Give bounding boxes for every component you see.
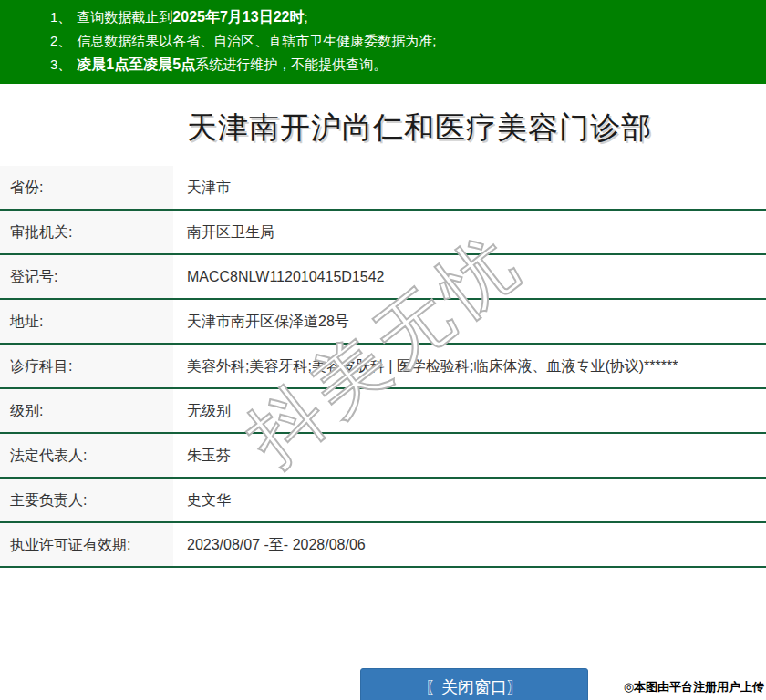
table-row-province: 省份: 天津市 [0, 166, 766, 211]
row-label: 地址: [0, 300, 173, 343]
row-value: 天津市南开区保泽道28号 [173, 300, 766, 343]
row-value: 天津市 [173, 166, 766, 209]
table-row-principal: 主要负责人: 史文华 [0, 479, 766, 523]
row-value: 史文华 [173, 479, 766, 521]
notice-number: 1、 [50, 9, 71, 25]
close-window-button[interactable]: 〖关闭窗口〗 [360, 668, 588, 700]
notice-number: 2、 [50, 33, 71, 48]
notice-text: 信息数据结果以各省、自治区、直辖市卫生健康委数据为准; [77, 33, 436, 48]
notice-text: ; [304, 9, 307, 25]
notice-line-2: 2、信息数据结果以各省、自治区、直辖市卫生健康委数据为准; [50, 29, 766, 53]
notice-number: 3、 [50, 57, 71, 72]
row-label: 主要负责人: [0, 479, 173, 521]
row-label: 审批机关: [0, 211, 173, 253]
notice-text-bold: 凌晨1点至凌晨5点 [77, 57, 195, 72]
table-row-registration-number: 登记号: MACC8NLW112010415D1542 [0, 255, 766, 300]
row-value: MACC8NLW112010415D1542 [173, 255, 766, 298]
notice-text: 系统进行维护，不能提供查询。 [195, 57, 387, 72]
table-row-approval-authority: 审批机关: 南开区卫生局 [0, 211, 766, 255]
table-row-level: 级别: 无级别 [0, 389, 766, 434]
notice-text-bold: 2025年7月13日22时 [172, 9, 304, 25]
row-value: 朱玉芬 [173, 434, 766, 477]
page-title: 天津南开沪尚仁和医疗美容门诊部 [0, 108, 766, 149]
row-label: 执业许可证有效期: [0, 523, 173, 566]
row-label: 法定代表人: [0, 434, 173, 477]
table-row-legal-representative: 法定代表人: 朱玉芬 [0, 434, 766, 479]
row-value: 南开区卫生局 [173, 211, 766, 253]
table-row-medical-subjects: 诊疗科目: 美容外科;美容牙科;美容皮肤科 | 医学检验科;临床体液、血液专业(… [0, 345, 766, 389]
row-label: 级别: [0, 389, 173, 432]
row-value: 2023/08/07 -至- 2028/08/06 [173, 523, 766, 566]
notice-line-3: 3、凌晨1点至凌晨5点系统进行维护，不能提供查询。 [50, 53, 766, 77]
row-label: 诊疗科目: [0, 345, 173, 387]
row-label: 登记号: [0, 255, 173, 298]
upload-credit-text: ◎本图由平台注册用户上传 [624, 679, 764, 695]
row-value: 无级别 [173, 389, 766, 432]
institution-detail-table: 省份: 天津市 审批机关: 南开区卫生局 登记号: MACC8NLW112010… [0, 166, 766, 568]
table-row-address: 地址: 天津市南开区保泽道28号 [0, 300, 766, 345]
notice-line-1: 1、查询数据截止到2025年7月13日22时; [50, 5, 766, 29]
notice-text: 查询数据截止到 [77, 9, 172, 25]
row-value: 美容外科;美容牙科;美容皮肤科 | 医学检验科;临床体液、血液专业(协议)***… [173, 345, 766, 387]
notice-banner: 1、查询数据截止到2025年7月13日22时; 2、信息数据结果以各省、自治区、… [0, 0, 766, 84]
table-row-license-validity: 执业许可证有效期: 2023/08/07 -至- 2028/08/06 [0, 523, 766, 568]
row-label: 省份: [0, 166, 173, 209]
